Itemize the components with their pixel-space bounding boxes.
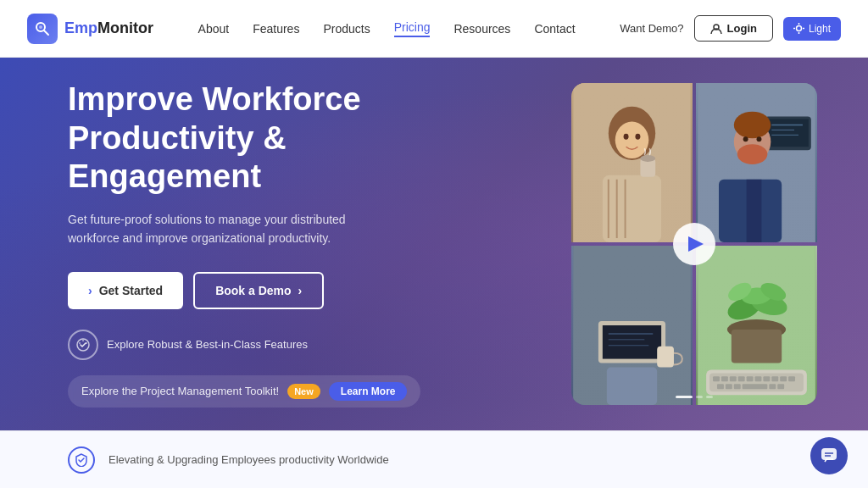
hero-image-man xyxy=(696,83,817,242)
svg-rect-66 xyxy=(771,376,778,381)
svg-rect-67 xyxy=(780,376,787,381)
explore-icon xyxy=(68,330,98,360)
svg-rect-15 xyxy=(603,175,661,242)
svg-point-24 xyxy=(640,155,655,162)
nav-links: About Features Products Pricing Resource… xyxy=(198,20,576,37)
svg-rect-61 xyxy=(730,376,737,381)
nav-about[interactable]: About xyxy=(198,22,230,36)
office-illustration xyxy=(571,246,693,405)
sun-icon xyxy=(793,23,804,34)
svg-rect-72 xyxy=(743,384,768,389)
svg-rect-59 xyxy=(713,376,720,381)
progress-dot xyxy=(696,396,703,398)
svg-point-35 xyxy=(734,112,771,139)
logo-icon xyxy=(27,14,58,44)
light-button[interactable]: Light xyxy=(783,17,841,41)
svg-rect-28 xyxy=(767,119,808,147)
svg-point-12 xyxy=(79,342,81,344)
svg-rect-71 xyxy=(734,384,741,389)
svg-point-11 xyxy=(86,342,87,344)
svg-point-21 xyxy=(624,134,629,140)
book-demo-button[interactable]: Book a Demo › xyxy=(193,272,324,309)
user-icon xyxy=(710,23,722,35)
logo-text: EmpMonitor xyxy=(64,19,153,37)
svg-point-36 xyxy=(737,144,768,164)
svg-rect-75 xyxy=(821,448,837,460)
chat-icon xyxy=(820,446,838,465)
progress-dot xyxy=(706,396,713,398)
play-triangle-icon xyxy=(688,236,704,252)
toolkit-text: Explore the Project Management Toolkit! xyxy=(81,385,279,397)
svg-rect-64 xyxy=(755,376,762,381)
get-started-button[interactable]: › Get Started xyxy=(68,272,183,309)
nav-right: Want Demo? Login Light xyxy=(620,15,841,42)
shield-icon xyxy=(68,446,95,474)
svg-point-10 xyxy=(82,340,84,341)
hero-image-office xyxy=(571,246,693,405)
toolkit-bar: Explore the Project Management Toolkit! … xyxy=(68,375,420,408)
svg-rect-42 xyxy=(603,325,661,359)
nav-contact[interactable]: Contact xyxy=(534,22,575,36)
svg-rect-46 xyxy=(607,367,657,405)
svg-rect-70 xyxy=(726,384,732,389)
login-button[interactable]: Login xyxy=(694,15,773,42)
hero-image-plants xyxy=(696,246,817,405)
hero-subtitle: Get future-proof solutions to manage you… xyxy=(68,210,356,248)
hero-title: Improve Workforce Productivity & Engagem… xyxy=(68,80,475,197)
hero-buttons: › Get Started Book a Demo › xyxy=(68,272,475,309)
svg-rect-69 xyxy=(717,384,724,389)
svg-rect-60 xyxy=(721,376,728,381)
nav-resources[interactable]: Resources xyxy=(453,22,510,36)
svg-point-38 xyxy=(757,136,762,141)
svg-rect-62 xyxy=(738,376,745,381)
svg-point-2 xyxy=(39,25,42,29)
hero-image-woman xyxy=(571,83,693,242)
svg-point-20 xyxy=(615,122,649,159)
progress-indicators xyxy=(571,396,817,398)
hero-images xyxy=(571,83,817,405)
nav-features[interactable]: Features xyxy=(253,22,299,36)
svg-point-22 xyxy=(635,134,640,140)
chat-button[interactable] xyxy=(810,437,848,474)
bottom-bar: Elevating & Upgrading Employees producti… xyxy=(0,430,868,488)
svg-rect-33 xyxy=(747,180,762,242)
learn-more-button[interactable]: Learn More xyxy=(329,382,408,401)
man-illustration xyxy=(696,83,817,242)
svg-point-37 xyxy=(743,136,748,141)
svg-rect-51 xyxy=(732,330,782,363)
want-demo-text[interactable]: Want Demo? xyxy=(620,22,683,35)
explore-features: Explore Robust & Best-in-Class Features xyxy=(68,330,475,360)
svg-rect-65 xyxy=(763,376,770,381)
new-badge: New xyxy=(287,384,320,399)
play-button[interactable] xyxy=(673,223,715,265)
plants-illustration xyxy=(696,246,817,405)
svg-rect-73 xyxy=(769,384,776,389)
progress-dot-active xyxy=(676,396,693,398)
svg-rect-74 xyxy=(777,384,784,389)
woman-illustration xyxy=(571,83,693,242)
bottom-tagline: Elevating & Upgrading Employees producti… xyxy=(108,453,389,466)
logo[interactable]: EmpMonitor xyxy=(27,14,153,44)
nav-pricing[interactable]: Pricing xyxy=(394,20,431,37)
nav-products[interactable]: Products xyxy=(323,22,370,36)
hero-section: Improve Workforce Productivity & Engagem… xyxy=(0,58,868,430)
svg-rect-68 xyxy=(788,376,795,381)
hero-content: Improve Workforce Productivity & Engagem… xyxy=(68,80,475,408)
explore-label: Explore Robust & Best-in-Class Features xyxy=(107,338,308,351)
svg-point-4 xyxy=(796,26,801,31)
navbar: EmpMonitor About Features Products Prici… xyxy=(0,0,868,58)
svg-rect-63 xyxy=(747,376,754,381)
svg-line-1 xyxy=(44,30,48,35)
svg-rect-47 xyxy=(657,347,674,368)
